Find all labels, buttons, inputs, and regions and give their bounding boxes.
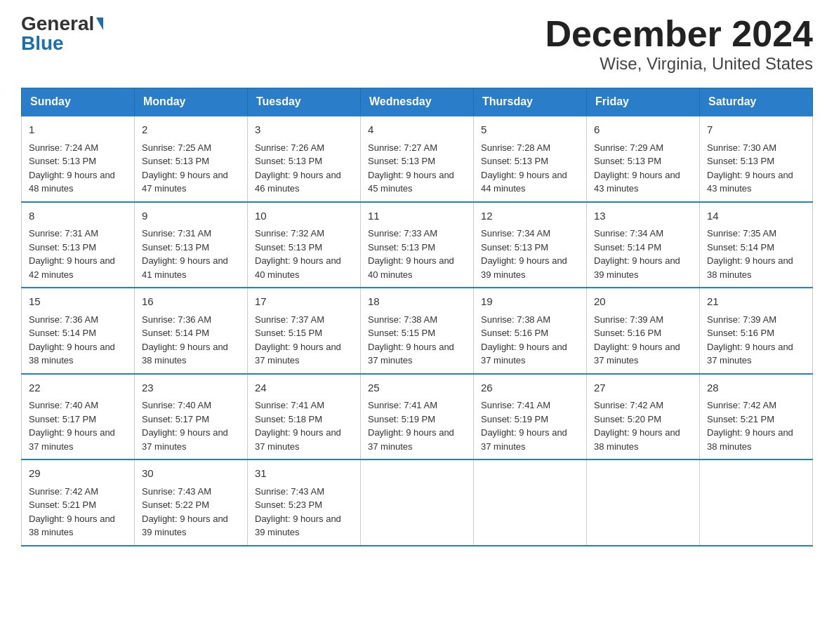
day-number: 27	[594, 380, 692, 396]
day-number: 14	[707, 208, 805, 224]
title-block: December 2024 Wise, Virginia, United Sta…	[545, 14, 813, 74]
day-number: 20	[594, 294, 692, 310]
day-info: Sunrise: 7:37 AMSunset: 5:15 PMDaylight:…	[255, 314, 341, 366]
day-info: Sunrise: 7:39 AMSunset: 5:16 PMDaylight:…	[594, 314, 680, 366]
day-info: Sunrise: 7:38 AMSunset: 5:15 PMDaylight:…	[368, 314, 454, 366]
day-number: 11	[368, 208, 466, 224]
calendar-day-cell: 14Sunrise: 7:35 AMSunset: 5:14 PMDayligh…	[700, 202, 813, 288]
day-number: 7	[707, 122, 805, 138]
day-info: Sunrise: 7:42 AMSunset: 5:20 PMDaylight:…	[594, 400, 680, 452]
calendar-week-row-1: 1Sunrise: 7:24 AMSunset: 5:13 PMDaylight…	[22, 116, 813, 202]
calendar-day-cell: 5Sunrise: 7:28 AMSunset: 5:13 PMDaylight…	[474, 116, 587, 202]
day-number: 17	[255, 294, 353, 310]
calendar-day-cell: 16Sunrise: 7:36 AMSunset: 5:14 PMDayligh…	[135, 288, 248, 374]
calendar-day-cell: 2Sunrise: 7:25 AMSunset: 5:13 PMDaylight…	[135, 116, 248, 202]
day-info: Sunrise: 7:27 AMSunset: 5:13 PMDaylight:…	[368, 142, 454, 194]
calendar-header-row: SundayMondayTuesdayWednesdayThursdayFrid…	[22, 88, 813, 116]
day-info: Sunrise: 7:39 AMSunset: 5:16 PMDaylight:…	[707, 314, 793, 366]
day-number: 30	[142, 466, 240, 482]
day-info: Sunrise: 7:36 AMSunset: 5:14 PMDaylight:…	[29, 314, 115, 366]
day-info: Sunrise: 7:35 AMSunset: 5:14 PMDaylight:…	[707, 228, 793, 280]
calendar-header-monday: Monday	[135, 88, 248, 116]
day-number: 3	[255, 122, 353, 138]
calendar-day-cell: 10Sunrise: 7:32 AMSunset: 5:13 PMDayligh…	[248, 202, 361, 288]
day-info: Sunrise: 7:34 AMSunset: 5:14 PMDaylight:…	[594, 228, 680, 280]
day-number: 5	[481, 122, 579, 138]
logo: General Blue	[21, 14, 103, 53]
calendar-header-sunday: Sunday	[22, 88, 135, 116]
calendar-day-cell	[700, 459, 813, 546]
calendar-day-cell: 3Sunrise: 7:26 AMSunset: 5:13 PMDaylight…	[248, 116, 361, 202]
day-info: Sunrise: 7:43 AMSunset: 5:22 PMDaylight:…	[142, 486, 228, 538]
day-info: Sunrise: 7:42 AMSunset: 5:21 PMDaylight:…	[29, 486, 115, 538]
day-number: 24	[255, 380, 353, 396]
calendar-day-cell: 17Sunrise: 7:37 AMSunset: 5:15 PMDayligh…	[248, 288, 361, 374]
calendar-day-cell: 1Sunrise: 7:24 AMSunset: 5:13 PMDaylight…	[22, 116, 135, 202]
calendar-day-cell: 22Sunrise: 7:40 AMSunset: 5:17 PMDayligh…	[22, 374, 135, 460]
calendar-week-row-3: 15Sunrise: 7:36 AMSunset: 5:14 PMDayligh…	[22, 288, 813, 374]
day-number: 23	[142, 380, 240, 396]
day-info: Sunrise: 7:31 AMSunset: 5:13 PMDaylight:…	[142, 228, 228, 280]
calendar-header-saturday: Saturday	[700, 88, 813, 116]
day-info: Sunrise: 7:24 AMSunset: 5:13 PMDaylight:…	[29, 142, 115, 194]
calendar-week-row-2: 8Sunrise: 7:31 AMSunset: 5:13 PMDaylight…	[22, 202, 813, 288]
day-number: 26	[481, 380, 579, 396]
day-info: Sunrise: 7:33 AMSunset: 5:13 PMDaylight:…	[368, 228, 454, 280]
calendar-day-cell: 26Sunrise: 7:41 AMSunset: 5:19 PMDayligh…	[474, 374, 587, 460]
day-info: Sunrise: 7:29 AMSunset: 5:13 PMDaylight:…	[594, 142, 680, 194]
calendar-day-cell: 21Sunrise: 7:39 AMSunset: 5:16 PMDayligh…	[700, 288, 813, 374]
logo-blue-text: Blue	[21, 34, 64, 53]
day-number: 1	[29, 122, 127, 138]
calendar-day-cell: 31Sunrise: 7:43 AMSunset: 5:23 PMDayligh…	[248, 459, 361, 546]
day-number: 18	[368, 294, 466, 310]
page-title: December 2024	[545, 14, 813, 54]
page-header: General Blue December 2024 Wise, Virgini…	[21, 14, 813, 74]
calendar-day-cell: 25Sunrise: 7:41 AMSunset: 5:19 PMDayligh…	[361, 374, 474, 460]
day-number: 28	[707, 380, 805, 396]
calendar-header-thursday: Thursday	[474, 88, 587, 116]
calendar-day-cell: 18Sunrise: 7:38 AMSunset: 5:15 PMDayligh…	[361, 288, 474, 374]
day-number: 6	[594, 122, 692, 138]
calendar-day-cell: 29Sunrise: 7:42 AMSunset: 5:21 PMDayligh…	[22, 459, 135, 546]
calendar-day-cell: 28Sunrise: 7:42 AMSunset: 5:21 PMDayligh…	[700, 374, 813, 460]
calendar-day-cell: 11Sunrise: 7:33 AMSunset: 5:13 PMDayligh…	[361, 202, 474, 288]
day-info: Sunrise: 7:26 AMSunset: 5:13 PMDaylight:…	[255, 142, 341, 194]
calendar-day-cell	[361, 459, 474, 546]
calendar-day-cell: 30Sunrise: 7:43 AMSunset: 5:22 PMDayligh…	[135, 459, 248, 546]
day-info: Sunrise: 7:36 AMSunset: 5:14 PMDaylight:…	[142, 314, 228, 366]
calendar-table: SundayMondayTuesdayWednesdayThursdayFrid…	[21, 88, 813, 546]
day-number: 2	[142, 122, 240, 138]
calendar-header-friday: Friday	[587, 88, 700, 116]
day-info: Sunrise: 7:38 AMSunset: 5:16 PMDaylight:…	[481, 314, 567, 366]
calendar-day-cell: 9Sunrise: 7:31 AMSunset: 5:13 PMDaylight…	[135, 202, 248, 288]
logo-general-text: General	[21, 14, 94, 34]
calendar-day-cell: 23Sunrise: 7:40 AMSunset: 5:17 PMDayligh…	[135, 374, 248, 460]
day-info: Sunrise: 7:28 AMSunset: 5:13 PMDaylight:…	[481, 142, 567, 194]
calendar-day-cell: 15Sunrise: 7:36 AMSunset: 5:14 PMDayligh…	[22, 288, 135, 374]
day-number: 25	[368, 380, 466, 396]
calendar-day-cell: 13Sunrise: 7:34 AMSunset: 5:14 PMDayligh…	[587, 202, 700, 288]
calendar-day-cell: 20Sunrise: 7:39 AMSunset: 5:16 PMDayligh…	[587, 288, 700, 374]
calendar-header-wednesday: Wednesday	[361, 88, 474, 116]
calendar-day-cell: 27Sunrise: 7:42 AMSunset: 5:20 PMDayligh…	[587, 374, 700, 460]
calendar-day-cell: 6Sunrise: 7:29 AMSunset: 5:13 PMDaylight…	[587, 116, 700, 202]
day-info: Sunrise: 7:31 AMSunset: 5:13 PMDaylight:…	[29, 228, 115, 280]
day-number: 9	[142, 208, 240, 224]
day-info: Sunrise: 7:43 AMSunset: 5:23 PMDaylight:…	[255, 486, 341, 538]
day-info: Sunrise: 7:40 AMSunset: 5:17 PMDaylight:…	[142, 400, 228, 452]
day-number: 29	[29, 466, 127, 482]
day-number: 15	[29, 294, 127, 310]
day-number: 8	[29, 208, 127, 224]
day-info: Sunrise: 7:41 AMSunset: 5:19 PMDaylight:…	[368, 400, 454, 452]
day-number: 21	[707, 294, 805, 310]
day-info: Sunrise: 7:32 AMSunset: 5:13 PMDaylight:…	[255, 228, 341, 280]
day-number: 10	[255, 208, 353, 224]
day-info: Sunrise: 7:25 AMSunset: 5:13 PMDaylight:…	[142, 142, 228, 194]
day-number: 16	[142, 294, 240, 310]
calendar-day-cell: 8Sunrise: 7:31 AMSunset: 5:13 PMDaylight…	[22, 202, 135, 288]
calendar-header-tuesday: Tuesday	[248, 88, 361, 116]
calendar-week-row-5: 29Sunrise: 7:42 AMSunset: 5:21 PMDayligh…	[22, 459, 813, 546]
calendar-day-cell: 24Sunrise: 7:41 AMSunset: 5:18 PMDayligh…	[248, 374, 361, 460]
day-number: 4	[368, 122, 466, 138]
calendar-day-cell	[587, 459, 700, 546]
